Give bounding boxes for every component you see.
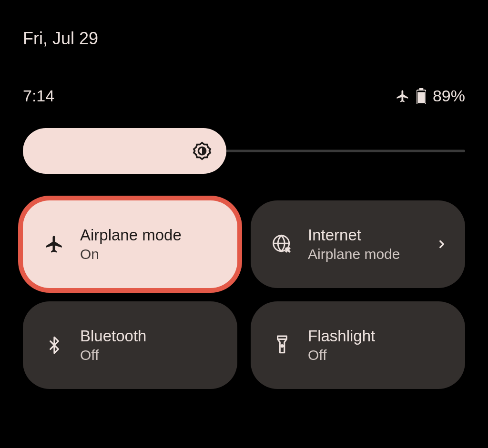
- battery-icon: [417, 88, 426, 104]
- tile-title: Internet: [308, 226, 446, 244]
- tile-flashlight[interactable]: Flashlight Off: [251, 301, 465, 389]
- tile-text: Flashlight Off: [308, 327, 446, 363]
- date-label: Fri, Jul 29: [0, 0, 488, 49]
- airplane-icon: [42, 234, 67, 254]
- bluetooth-icon: [42, 336, 67, 355]
- status-time: 7:14: [23, 87, 54, 105]
- tile-text: Internet Airplane mode: [308, 226, 446, 262]
- quick-settings-grid: Airplane mode On Internet Airplane mode: [0, 174, 488, 389]
- svg-rect-2: [417, 92, 425, 103]
- tile-subtitle: Airplane mode: [308, 246, 446, 262]
- brightness-thumb[interactable]: [23, 128, 226, 174]
- airplane-icon: [396, 89, 410, 103]
- tile-title: Flashlight: [308, 327, 446, 345]
- tile-subtitle: Off: [308, 347, 446, 363]
- status-right: 89%: [396, 87, 465, 105]
- battery-percent: 89%: [433, 87, 465, 105]
- tile-airplane-mode[interactable]: Airplane mode On: [23, 200, 237, 288]
- chevron-right-icon: [436, 238, 448, 250]
- status-bar: 7:14 89%: [0, 49, 488, 105]
- tile-title: Bluetooth: [80, 327, 218, 345]
- flashlight-icon: [270, 335, 295, 356]
- tile-subtitle: On: [80, 246, 218, 262]
- tile-text: Bluetooth Off: [80, 327, 218, 363]
- tile-title: Airplane mode: [80, 226, 218, 244]
- tile-subtitle: Off: [80, 347, 218, 363]
- tile-text: Airplane mode On: [80, 226, 218, 262]
- globe-icon: [270, 234, 295, 255]
- brightness-icon: [191, 140, 213, 162]
- tile-bluetooth[interactable]: Bluetooth Off: [23, 301, 237, 389]
- brightness-slider[interactable]: [23, 128, 465, 174]
- svg-point-8: [281, 345, 283, 347]
- tile-internet[interactable]: Internet Airplane mode: [251, 200, 465, 288]
